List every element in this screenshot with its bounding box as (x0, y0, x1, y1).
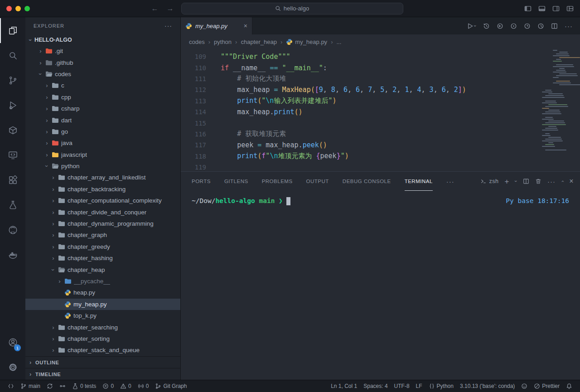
activity-explorer-icon[interactable] (0, 18, 25, 43)
status-cursor-position[interactable]: Ln 1, Col 1 (328, 383, 360, 389)
activity-docker-icon[interactable] (0, 242, 25, 267)
pie-heatmap-icon[interactable] (537, 23, 544, 29)
tree-item-chapter-heap[interactable]: ›chapter_heap (25, 264, 180, 275)
toggle-panel-icon[interactable] (538, 5, 546, 12)
split-editor-icon[interactable] (551, 23, 558, 29)
activity-github-icon[interactable] (0, 218, 25, 242)
status-git-branch[interactable]: main (17, 383, 44, 389)
tree-item-chapter-array-and-linkedlist[interactable]: ›chapter_array_and_linkedlist (25, 172, 180, 183)
account-icon[interactable]: 1 (0, 330, 25, 355)
tree-item-c[interactable]: ›c (25, 80, 180, 91)
code-line-111[interactable]: 111 # 初始化大顶堆 (181, 73, 580, 84)
code-line-112[interactable]: 112 max_heap = MaxHeap([9, 8, 6, 6, 7, 5… (181, 84, 580, 95)
navigate-forward-icon[interactable]: → (167, 5, 174, 13)
split-terminal-icon[interactable] (523, 178, 529, 184)
breadcrumb-item[interactable]: python (214, 39, 232, 45)
panel-tab-debug-console[interactable]: DEBUG CONSOLE (343, 172, 391, 191)
maximize-panel-icon[interactable]: › (560, 180, 565, 182)
outline-section[interactable]: › OUTLINE (25, 356, 180, 368)
tree-item-heap-py[interactable]: heap.py (25, 287, 180, 298)
tree-item-git[interactable]: ›.git (25, 45, 180, 57)
code-line-116[interactable]: 116 # 获取堆顶元素 (181, 129, 580, 140)
tree-item-javascript[interactable]: ›javascript (25, 149, 180, 160)
status-encoding[interactable]: UTF-8 (391, 383, 413, 389)
tree-item-chapter-computational-complexity[interactable]: ›chapter_computational_complexity (25, 195, 180, 206)
panel-tab-gitlens[interactable]: GITLENS (224, 172, 248, 191)
tab-my-heap-py[interactable]: my_heap.py × (181, 17, 252, 34)
tree-item-chapter-hashing[interactable]: ›chapter_hashing (25, 252, 180, 264)
status-notifications[interactable] (563, 383, 575, 389)
activity-remote-explorer-icon[interactable] (0, 143, 25, 168)
tree-item-cpp[interactable]: ›cpp (25, 92, 180, 103)
code-line-118[interactable]: 118 print(f"\n堆顶元素为 {peek}") (181, 151, 580, 162)
status-gitlens-compare[interactable] (56, 383, 69, 389)
code-line-119[interactable]: 119 (181, 162, 580, 173)
breadcrumb-item[interactable]: ... (336, 39, 341, 45)
panel-tab-ports[interactable]: PORTS (192, 172, 211, 191)
status-warning-count[interactable]: 0 (117, 383, 135, 389)
more-editor-actions-icon[interactable]: ··· (565, 22, 573, 30)
close-window-button[interactable] (6, 6, 12, 11)
activity-extensions-icon[interactable] (0, 168, 25, 193)
activity-search-icon[interactable] (0, 43, 25, 68)
timeline-section[interactable]: › TIMELINE (25, 368, 180, 380)
zoom-window-button[interactable] (24, 6, 30, 11)
toggle-sidebar-icon[interactable] (524, 5, 532, 12)
panel-tab-terminal[interactable]: TERMINAL (405, 172, 433, 191)
status-sync-changes[interactable] (44, 383, 56, 389)
status-eol-sequence[interactable]: LF (413, 383, 425, 389)
timeline-history-icon[interactable] (483, 23, 490, 29)
activity-testing-icon[interactable] (0, 193, 25, 218)
code-line-110[interactable]: 110if __name__ == "__main__": (181, 62, 580, 73)
run-options-chevron-icon[interactable]: › (473, 25, 478, 27)
status-error-count[interactable]: 0 (99, 383, 117, 389)
breadcrumb-item[interactable]: codes (189, 39, 205, 45)
kill-terminal-trash-icon[interactable] (535, 178, 541, 184)
gitlens-compare-icon[interactable] (497, 23, 503, 29)
tree-item-github[interactable]: ›.github (25, 57, 180, 68)
run-python-file-button[interactable]: › (467, 23, 476, 29)
tree-item-python[interactable]: ›python (25, 160, 180, 172)
tree-item-chapter-dynamic-programming[interactable]: ›chapter_dynamic_programming (25, 218, 180, 229)
breadcrumb-item[interactable]: chapter_heap (241, 39, 277, 45)
minimap[interactable] (541, 50, 573, 151)
code-line-109[interactable]: 109"""Driver Code""" (181, 51, 580, 62)
gitlens-commit-icon[interactable] (524, 23, 531, 29)
code-line-115[interactable]: 115 (181, 117, 580, 128)
terminal-more-actions-icon[interactable]: ··· (547, 178, 556, 185)
activity-run-debug-icon[interactable] (0, 93, 25, 118)
minimize-window-button[interactable] (15, 6, 21, 11)
tree-item-my-heap-py[interactable]: my_heap.py (25, 299, 180, 310)
breadcrumb-item[interactable]: my_heap.py (286, 39, 327, 45)
explorer-more-actions-icon[interactable]: ··· (164, 22, 172, 29)
new-terminal-button[interactable]: + (504, 178, 509, 185)
tree-item-java[interactable]: ›java (25, 137, 180, 149)
status-test-status[interactable]: 0 tests (69, 383, 99, 389)
tree-item-chapter-divide-and-conquer[interactable]: ›chapter_divide_and_conquer (25, 206, 180, 218)
status-feedback[interactable] (518, 383, 531, 389)
tree-item-pycache[interactable]: ›__pycache__ (25, 276, 180, 287)
tree-item-dart[interactable]: ›dart (25, 114, 180, 126)
panel-tab-problems[interactable]: PROBLEMS (262, 172, 293, 191)
tree-item-chapter-sorting[interactable]: ›chapter_sorting (25, 333, 180, 344)
tree-item-go[interactable]: ›go (25, 126, 180, 137)
tree-item-codes[interactable]: ›codes (25, 68, 180, 80)
panel-tab-output[interactable]: OUTPUT (306, 172, 329, 191)
close-panel-icon[interactable]: × (569, 178, 574, 185)
close-tab-icon[interactable]: × (244, 22, 247, 29)
gitlens-graph-icon[interactable] (510, 23, 517, 29)
command-center-search[interactable]: hello-algo (181, 3, 403, 15)
code-editor[interactable]: 109"""Driver Code"""110if __name__ == "_… (181, 49, 580, 171)
tree-item-chapter-greedy[interactable]: ›chapter_greedy (25, 241, 180, 252)
terminal-dropdown-chevron-icon[interactable]: › (513, 180, 519, 182)
code-line-117[interactable]: 117 peek = max_heap.peek() (181, 140, 580, 150)
status-remote-indicator[interactable] (5, 383, 17, 389)
tree-item-chapter-backtracking[interactable]: ›chapter_backtracking (25, 184, 180, 195)
tree-item-chapter-searching[interactable]: ›chapter_searching (25, 321, 180, 333)
activity-packages-icon[interactable] (0, 118, 25, 143)
status-git-graph[interactable]: Git Graph (152, 383, 190, 389)
panel-more-tabs-icon[interactable]: ··· (446, 172, 454, 191)
shell-selector[interactable]: zsh (480, 178, 498, 184)
code-line-114[interactable]: 114 max_heap.print() (181, 106, 580, 117)
settings-gear-icon[interactable] (0, 355, 25, 380)
